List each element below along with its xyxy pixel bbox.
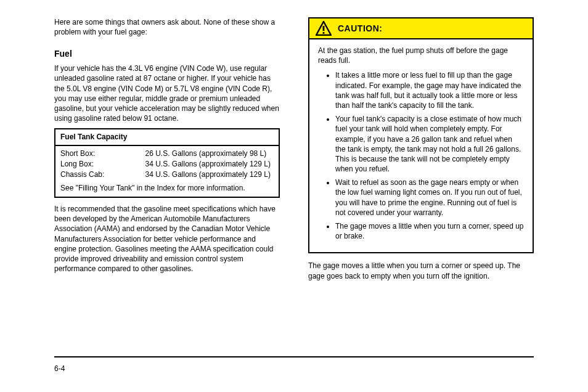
caution-item: The gage moves a little when you turn a … xyxy=(335,221,524,241)
fuel-row-label: Short Box: xyxy=(60,149,141,159)
caution-item: Wait to refuel as soon as the gage nears… xyxy=(335,178,524,218)
fuel-table-note: See "Filling Your Tank" in the Index for… xyxy=(60,183,274,193)
fuel-paragraph-2: It is recommended that the gasoline meet… xyxy=(54,204,280,274)
fuel-table-heading: Fuel Tank Capacity xyxy=(55,129,279,145)
fuel-row-value: 34 U.S. Gallons (approximately 129 L) xyxy=(145,159,274,169)
caution-item: Your fuel tank's capacity is a close est… xyxy=(335,114,524,174)
below-caution-paragraph: The gage moves a little when you turn a … xyxy=(308,261,534,280)
fuel-row: Short Box: 26 U.S. Gallons (approximatel… xyxy=(60,149,274,159)
fuel-row-label: Long Box: xyxy=(60,159,141,169)
right-column: CAUTION: At the gas station, the fuel pu… xyxy=(308,17,534,286)
caution-title: CAUTION: xyxy=(338,23,382,35)
caution-list: It takes a little more or less fuel to f… xyxy=(318,70,524,241)
fuel-row-label: Chassis Cab: xyxy=(60,169,141,180)
fuel-capacity-table: Fuel Tank Capacity Short Box: 26 U.S. Ga… xyxy=(54,128,280,198)
fuel-row: Long Box: 34 U.S. Gallons (approximately… xyxy=(60,159,274,169)
fuel-paragraph-1: If your vehicle has the 4.3L V6 engine (… xyxy=(54,63,280,123)
page-number-left: 6-4 xyxy=(54,364,65,374)
fuel-row-value: 34 U.S. Gallons (approximately 129 L) xyxy=(145,169,274,180)
fuel-row: Chassis Cab: 34 U.S. Gallons (approximat… xyxy=(60,169,274,180)
caution-lead: At the gas station, the fuel pump shuts … xyxy=(318,46,524,65)
svg-rect-2 xyxy=(323,32,325,34)
footer-rule xyxy=(54,356,534,357)
caution-item: It takes a little more or less fuel to f… xyxy=(335,70,524,110)
left-column: Here are some things that owners ask abo… xyxy=(54,17,280,286)
warning-triangle-icon xyxy=(316,21,332,36)
caution-box: CAUTION: At the gas station, the fuel pu… xyxy=(308,17,534,253)
caution-body: At the gas station, the fuel pump shuts … xyxy=(309,39,533,252)
section-heading-fuel: Fuel xyxy=(54,48,280,60)
svg-rect-1 xyxy=(323,26,325,31)
fuel-row-value: 26 U.S. Gallons (approximately 98 L) xyxy=(145,149,274,159)
caution-header: CAUTION: xyxy=(309,18,533,39)
intro-paragraph: Here are some things that owners ask abo… xyxy=(54,17,280,37)
